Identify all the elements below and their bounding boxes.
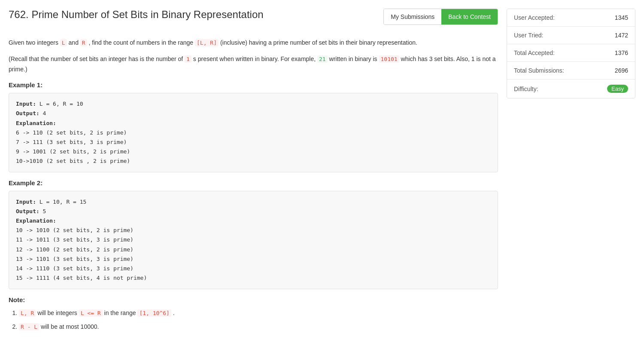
- note1-text1: will be integers: [36, 309, 79, 316]
- example1-title: Example 1:: [9, 81, 498, 89]
- user-tried-label: User Tried:: [514, 32, 543, 39]
- difficulty-label: Difficulty:: [514, 86, 538, 92]
- stats-row-total-accepted: Total Accepted: 1376: [507, 44, 635, 62]
- desc-part3: (inclusive) having a prime number of set…: [219, 39, 417, 46]
- one-code: 1: [185, 55, 191, 63]
- binary-code: 10101: [379, 55, 399, 63]
- stats-row-total-submissions: Total Submissions: 2696: [507, 62, 635, 80]
- my-submissions-button[interactable]: My Submissions: [384, 9, 441, 24]
- header-buttons: My Submissions Back to Contest: [383, 9, 498, 25]
- note-title: Note:: [9, 296, 498, 303]
- LR-range-code: [L, R]: [195, 39, 219, 46]
- example1-code: Input: L = 6, R = 10 Output: 4 Explanati…: [9, 93, 498, 172]
- problem-description-p1: Given two integers L and R , find the co…: [9, 38, 498, 48]
- stats-table: User Accepted: 1345 User Tried: 1472 Tot…: [507, 9, 635, 98]
- desc-part1: Given two integers: [9, 39, 60, 46]
- problem-description-p2: (Recall that the number of set bits an i…: [9, 54, 498, 75]
- example2-title: Example 2:: [9, 179, 498, 187]
- user-accepted-label: User Accepted:: [514, 14, 555, 21]
- note2-code: R - L: [19, 323, 39, 330]
- header-row: 762. Prime Number of Set Bits in Binary …: [9, 9, 498, 29]
- note1-LR-code: L, R: [19, 309, 36, 317]
- twentyone-code: 21: [317, 55, 328, 63]
- L-code: L: [60, 39, 67, 46]
- recall-part3: written in binary is: [328, 55, 379, 62]
- note-list: L, R will be integers L <= R in the rang…: [9, 307, 498, 333]
- stats-row-user-accepted: User Accepted: 1345: [507, 9, 635, 27]
- note-item-1: L, R will be integers L <= R in the rang…: [19, 307, 498, 319]
- page-title: 762. Prime Number of Set Bits in Binary …: [9, 9, 264, 21]
- note-item-2: R - L will be at most 10000.: [19, 321, 498, 333]
- back-to-contest-button[interactable]: Back to Contest: [441, 9, 498, 24]
- stats-row-difficulty: Difficulty: Easy: [507, 80, 635, 98]
- recall-part2: s present when written in binary. For ex…: [191, 55, 317, 62]
- desc-part2: , find the count of numbers in the range: [87, 39, 195, 46]
- difficulty-badge: Easy: [607, 85, 628, 93]
- note1-suffix: .: [171, 309, 175, 316]
- note1-text2: in the range: [103, 309, 138, 316]
- note1-range-code: [1, 10^6]: [137, 309, 171, 317]
- recall-part1: (Recall that the number of set bits an i…: [9, 55, 185, 62]
- desc-and: and: [67, 39, 80, 46]
- example2-code: Input: L = 10, R = 15 Output: 5 Explanat…: [9, 191, 498, 289]
- total-submissions-value: 2696: [615, 67, 628, 74]
- main-content: 762. Prime Number of Set Bits in Binary …: [9, 9, 498, 334]
- total-accepted-label: Total Accepted:: [514, 49, 555, 56]
- R-code: R: [80, 39, 87, 46]
- user-accepted-value: 1345: [615, 14, 628, 21]
- total-accepted-value: 1376: [615, 49, 628, 56]
- note1-leq-code: L <= R: [79, 309, 103, 317]
- total-submissions-label: Total Submissions:: [514, 67, 564, 74]
- stats-row-user-tried: User Tried: 1472: [507, 27, 635, 44]
- user-tried-value: 1472: [615, 32, 628, 39]
- sidebar: User Accepted: 1345 User Tried: 1472 Tot…: [507, 9, 635, 334]
- note2-text: will be at most 10000.: [39, 323, 99, 330]
